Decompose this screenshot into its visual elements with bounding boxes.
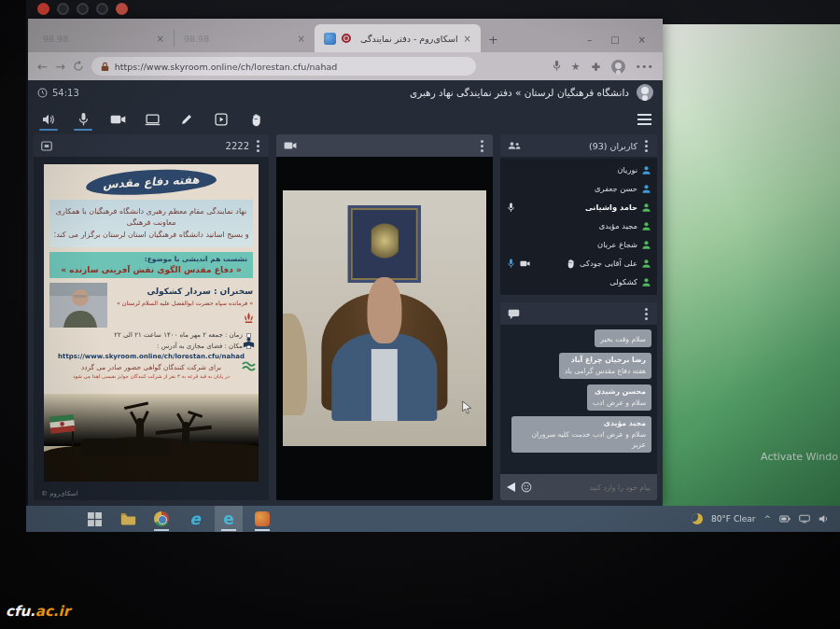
tab-close-icon[interactable]: ×: [464, 34, 471, 44]
activate-windows-text: Activate Windo: [761, 451, 838, 463]
tray-expand-icon[interactable]: ^: [763, 514, 771, 524]
raised-hand-icon: [566, 259, 576, 269]
user-status-icon-green: [641, 240, 651, 250]
user-row[interactable]: نوریان: [506, 161, 651, 179]
poster-speaker-row: سخنران : سردار کشکولی « فرمانده سپاه حضر…: [49, 283, 253, 328]
red-dot-icon: [37, 3, 49, 15]
users-header: کاربران (93): [500, 134, 657, 157]
emoji-icon[interactable]: [521, 482, 532, 493]
chat-message: مجید مؤیدی سلام و عرض ادب خدمت کلیه سرور…: [511, 416, 651, 453]
app-main: 2222 هفته دفاع مقدس نهاد نمایندگی مقام م…: [34, 134, 657, 500]
user-row[interactable]: علی آقایی جودکی: [506, 254, 651, 273]
skyroom-app: 54:13 دانشگاه فرهنگیان لرستان » دفتر نما…: [28, 80, 663, 506]
refresh-button[interactable]: [73, 61, 84, 72]
chrome-icon[interactable]: [147, 506, 175, 532]
browser-menu-icon[interactable]: •••: [636, 61, 653, 73]
play-media-button[interactable]: [212, 109, 231, 130]
speaker-button[interactable]: [39, 109, 58, 130]
app-icon-orange[interactable]: [248, 506, 276, 532]
weather-text[interactable]: 80°F Clear: [711, 514, 756, 524]
screen-share-button[interactable]: [143, 109, 161, 130]
speaker-shirt: [371, 349, 398, 421]
forward-button[interactable]: →: [55, 60, 65, 74]
lock-icon: [101, 58, 109, 76]
new-tab-button[interactable]: +: [488, 33, 498, 47]
chat-message: سلام وقت بخیر: [595, 329, 651, 347]
raise-hand-button[interactable]: [246, 109, 265, 130]
poster-intro: نهاد نمایندگی مقام معظم رهبری دانشگاه فر…: [49, 200, 253, 247]
display-icon[interactable]: [799, 514, 810, 524]
browser-nav-bar: ← → ★: [28, 52, 663, 80]
user-status-icon-green: [641, 203, 651, 213]
iran-emblem-logo: [242, 312, 256, 326]
edge-icon[interactable]: e: [215, 506, 243, 532]
video-menu-icon[interactable]: [479, 138, 485, 154]
volume-icon[interactable]: [819, 514, 829, 524]
poster-logos: [242, 312, 256, 371]
event-poster: هفته دفاع مقدس نهاد نمایندگی مقام معظم ر…: [44, 164, 259, 482]
user-row[interactable]: مجید مؤیدی: [506, 217, 651, 235]
desktop-screen: Activate Windo 98.98 × 98.98 × اسکای‌روم…: [26, 0, 840, 532]
user-row[interactable]: کشکولی: [506, 273, 651, 291]
start-button[interactable]: [80, 506, 108, 532]
browser-profile-avatar[interactable]: [611, 60, 625, 74]
voice-search-icon[interactable]: [553, 58, 561, 76]
user-status-icon-blue: [641, 184, 651, 194]
clock-icon: [37, 88, 48, 98]
draw-pencil-button[interactable]: [177, 109, 196, 130]
moon-weather-icon[interactable]: [692, 513, 703, 524]
video-feed: [276, 157, 493, 500]
file-explorer-icon[interactable]: [114, 506, 142, 532]
back-button[interactable]: ←: [37, 60, 48, 74]
curtain: [283, 314, 307, 416]
cfu-watermark: cfu.ac.ir: [6, 603, 70, 620]
maximize-button[interactable]: □: [610, 35, 619, 45]
minimize-button[interactable]: –: [587, 35, 592, 45]
chat-menu-icon[interactable]: [643, 306, 650, 322]
chat-messages: سلام وقت بخیر رضا برجیان چراغ آباد هفته …: [500, 325, 657, 474]
speaker-video-scene: [283, 190, 486, 446]
poster-link: https://www.skyroom.online/ch/lorestan.c…: [44, 353, 259, 360]
battery-icon[interactable]: [779, 514, 791, 524]
tab-close-icon[interactable]: ×: [298, 34, 305, 44]
nav-right-icons: ★ •••: [553, 58, 653, 76]
send-message-icon[interactable]: [507, 482, 515, 492]
wall-picture-frame: [348, 205, 421, 282]
poster-cert-line: برای شرکت کنندگان گواهی حضور صادر می گرد…: [44, 363, 259, 371]
browser-tab-active[interactable]: اسکای‌روم - دفتر نمایندگی نها ×: [315, 24, 481, 52]
whiteboard-menu-icon[interactable]: [255, 138, 261, 154]
right-column: کاربران (93) نوریان: [500, 134, 657, 500]
extension-icon[interactable]: [591, 58, 601, 76]
tab-close-icon[interactable]: ×: [157, 34, 164, 44]
user-avatar[interactable]: [637, 84, 653, 101]
user-status-icon-blue: [641, 165, 651, 175]
user-row[interactable]: شجاع عربان: [506, 235, 651, 254]
board-page-badge: 2222: [226, 141, 249, 151]
user-row[interactable]: حسن جعفری: [506, 179, 651, 198]
browser-tab-2[interactable]: 98.98 ×: [175, 24, 315, 52]
hamburger-menu-icon[interactable]: [637, 114, 651, 125]
chat-bubble-icon: [508, 309, 520, 319]
basij-logo: [242, 360, 256, 371]
microphone-button[interactable]: [74, 109, 92, 130]
webcam-button[interactable]: [108, 109, 127, 130]
board-icon: [41, 141, 52, 151]
close-window-button[interactable]: ×: [638, 35, 646, 45]
poster-banner: هفته دفاع مقدس: [86, 166, 217, 197]
poster-prize-line: در پایان به قید قرعه به ۳ نفر از شرکت کن…: [44, 373, 259, 379]
session-timer: 54:13: [37, 88, 79, 98]
browser-tab-1[interactable]: 98.98 ×: [34, 24, 174, 52]
poster-place-line: مکان : فضای مجازی به آدرس :: [51, 342, 251, 350]
user-row[interactable]: حامد واشیانی: [506, 198, 651, 217]
desktop-wallpaper: Activate Windo: [663, 24, 840, 506]
user-row-partial[interactable]: [506, 291, 651, 295]
users-menu-icon[interactable]: [643, 138, 650, 154]
url-input[interactable]: [115, 62, 467, 72]
red-dot-icon: [116, 3, 128, 15]
chat-message-input[interactable]: [538, 483, 651, 492]
address-bar[interactable]: [91, 57, 476, 76]
poster-time-line: زمان : جمعه ۲ مهر ماه ۱۴۰۰ ساعت ۲۱ الی ۲…: [51, 331, 251, 339]
favorite-star-icon[interactable]: ★: [571, 61, 581, 73]
internet-explorer-icon[interactable]: e: [181, 506, 209, 532]
monitor-photo: Activate Windo 98.98 × 98.98 × اسکای‌روم…: [0, 0, 840, 629]
